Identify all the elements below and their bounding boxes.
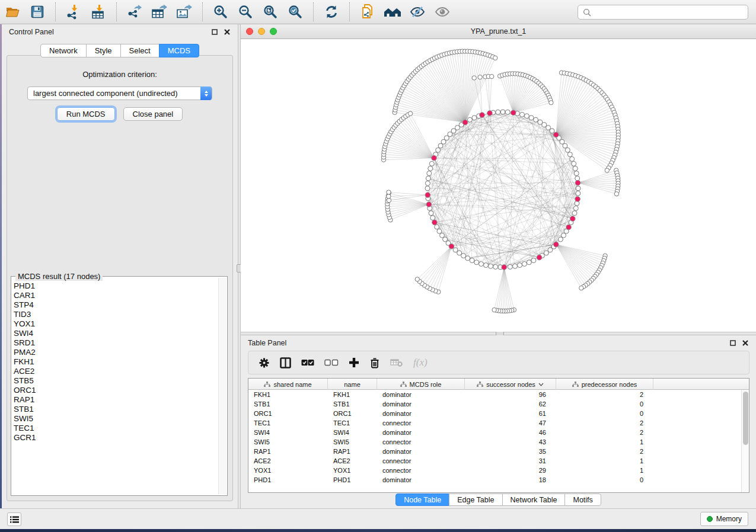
mcds-node-item[interactable]: GCR1 [14,433,216,443]
cell[interactable]: connector [377,418,465,428]
cell[interactable]: dominator [377,409,465,418]
cell[interactable]: 2 [556,428,653,437]
tab-network[interactable]: Network [40,44,87,57]
delete-column-trash-icon[interactable] [369,357,380,368]
cell[interactable]: ORC1 [248,409,328,418]
scrollbar-thumb[interactable] [743,392,748,445]
mcds-result-scrollbar[interactable] [218,278,226,494]
table-row[interactable]: RAP1RAP1dominator352 [248,447,741,456]
cell[interactable]: ACE2 [248,456,328,466]
mcds-node-item[interactable]: STP4 [14,300,216,310]
cell[interactable]: 0 [556,399,653,409]
home-icon[interactable] [382,3,403,21]
cell[interactable]: TEC1 [248,418,328,428]
cell[interactable]: FKH1 [328,390,377,399]
table-settings-gear-icon[interactable] [259,357,270,368]
cell[interactable]: ACE2 [328,456,377,466]
show-selection-eye-icon[interactable] [432,3,452,21]
table-row[interactable]: YOX1YOX1connector291 [248,466,741,475]
cell[interactable]: YOX1 [248,466,328,475]
zoom-in-icon[interactable] [210,3,231,21]
mcds-node-item[interactable]: SRD1 [14,338,216,348]
hide-selection-eye-slash-icon[interactable] [407,3,428,21]
mcds-node-item[interactable]: PHD1 [14,281,216,291]
cell[interactable]: SWI5 [248,437,328,447]
cell[interactable]: dominator [377,428,465,437]
cell[interactable]: RAP1 [328,447,377,456]
select-all-checkboxes-icon[interactable] [301,359,314,366]
tab-edge-table[interactable]: Edge Table [449,493,502,506]
cell[interactable]: 31 [465,456,556,466]
mcds-node-item[interactable]: PMA2 [14,348,216,357]
cell[interactable]: dominator [377,399,465,409]
cell[interactable]: 47 [465,418,556,428]
table-row[interactable]: STB1STB1dominator620 [248,399,741,409]
mcds-node-item[interactable]: FKH1 [14,357,216,367]
cell[interactable]: 2 [556,390,653,399]
search-input[interactable] [594,5,748,19]
table-row[interactable]: TEC1TEC1connector472 [248,418,741,428]
cell[interactable]: TEC1 [328,418,377,428]
cell[interactable]: connector [377,456,465,466]
cell[interactable]: 0 [556,475,653,485]
cell[interactable]: RAP1 [248,447,328,456]
table-scrollbar[interactable] [741,390,749,492]
column-header-shared-name[interactable]: shared name [248,379,328,390]
add-column-plus-icon[interactable] [349,357,359,368]
search-field[interactable] [578,5,748,20]
save-icon[interactable] [27,3,47,21]
tab-motifs[interactable]: Motifs [564,493,601,506]
tab-style[interactable]: Style [86,44,121,57]
export-image-icon[interactable] [174,3,194,21]
mcds-node-item[interactable]: YOX1 [14,319,216,329]
cell[interactable]: 35 [465,447,556,456]
mcds-node-item[interactable]: STB5 [14,376,216,386]
zoom-out-icon[interactable] [235,3,256,21]
cell[interactable]: SWI5 [328,437,377,447]
cell[interactable]: 96 [465,390,556,399]
cell[interactable]: dominator [377,390,465,399]
cell[interactable]: 43 [465,437,556,447]
show-columns-icon[interactable] [280,357,291,368]
mcds-node-item[interactable]: SWI5 [14,414,216,424]
cell[interactable]: 1 [556,456,653,466]
zoom-selected-icon[interactable] [285,3,305,21]
mcds-node-item[interactable]: TEC1 [14,424,216,433]
deselect-all-checkboxes-icon[interactable] [324,359,339,366]
mcds-node-item[interactable]: TID3 [14,310,216,319]
cell[interactable]: ORC1 [328,409,377,418]
cell[interactable]: 1 [556,437,653,447]
cell[interactable]: PHD1 [248,475,328,485]
table-row[interactable]: FKH1FKH1dominator962 [248,390,741,399]
column-header-name[interactable]: name [328,379,377,390]
task-history-button[interactable] [7,512,21,526]
memory-button[interactable]: Memory [700,512,748,526]
cell[interactable]: 1 [556,466,653,475]
refresh-layout-icon[interactable] [321,3,342,21]
table-row[interactable]: SWI4SWI4dominator462 [248,428,741,437]
mcds-node-item[interactable]: STB1 [14,405,216,414]
cell[interactable]: dominator [377,475,465,485]
mcds-node-item[interactable]: ACE2 [14,367,216,376]
export-table-icon[interactable] [149,3,170,21]
import-network-icon[interactable] [63,3,84,21]
cell[interactable]: STB1 [248,399,328,409]
cell[interactable]: SWI4 [328,428,377,437]
zoom-fit-icon[interactable] [260,3,280,21]
criterion-dropdown[interactable]: largest connected component (undirected) [27,86,212,100]
close-panel-icon[interactable] [742,339,749,347]
tab-node-table[interactable]: Node Table [395,493,449,506]
table-row[interactable]: ORC1ORC1dominator610 [248,409,741,418]
cell[interactable]: 2 [556,418,653,428]
close-panel-icon[interactable] [224,28,231,36]
open-session-file-icon[interactable] [358,3,378,21]
cell[interactable]: YOX1 [328,466,377,475]
tab-mcds[interactable]: MCDS [159,44,199,57]
import-table-icon[interactable] [88,3,109,21]
tab-select[interactable]: Select [120,44,160,57]
cell[interactable]: PHD1 [328,475,377,485]
open-file-icon[interactable] [2,3,23,21]
cell[interactable]: connector [377,437,465,447]
export-network-icon[interactable] [125,3,145,21]
float-panel-icon[interactable] [729,339,736,347]
